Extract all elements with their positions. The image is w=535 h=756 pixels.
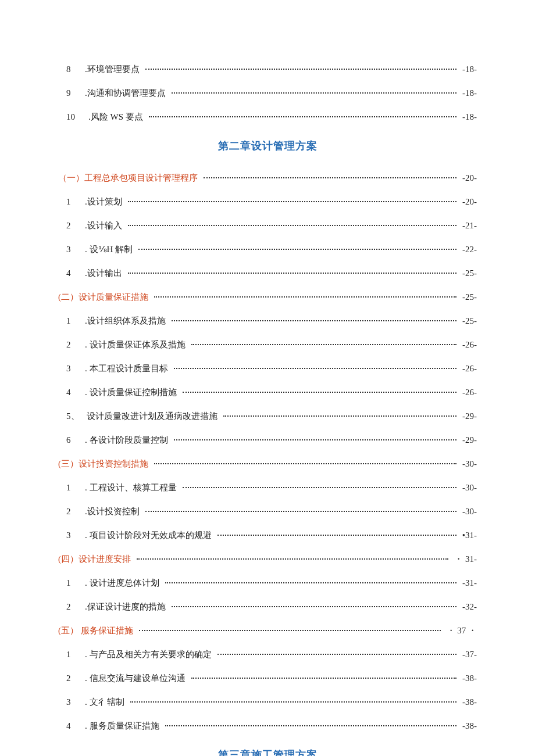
toc-label: . 工程设计、核算工程量 <box>85 482 180 493</box>
toc-page: -21- <box>459 221 477 231</box>
chapter-title: 第二章设计管理方案 <box>58 139 477 153</box>
leader-dots <box>172 92 456 94</box>
leader-dots <box>165 725 457 726</box>
toc-label: . 本工程设计质量目标 <box>85 363 172 374</box>
toc-item: 2.设计投资控制-30- <box>58 506 477 517</box>
toc-page: -30- <box>459 507 477 517</box>
toc-number: 8 <box>66 65 85 74</box>
leader-dots <box>204 177 456 178</box>
leader-dots <box>174 439 457 440</box>
leader-dots <box>191 678 457 679</box>
leader-dots <box>145 69 456 70</box>
toc-page: -38- <box>459 673 477 683</box>
toc-number: 1 <box>66 197 85 207</box>
chapter-title: 第三章施工管理方案 <box>58 748 477 756</box>
toc-label: . 服务质量保证措施 <box>85 721 163 732</box>
toc-label: .设计输出 <box>85 268 126 279</box>
leader-dots <box>154 296 456 298</box>
leader-dots <box>128 225 456 226</box>
toc-item: （一）工程总承包项目设计管理程序-20- <box>58 173 477 184</box>
toc-label: (三）设计投资控制措施 <box>58 458 152 470</box>
toc-page: -25- <box>459 316 477 326</box>
toc-label: .风险 WS 要点 <box>88 112 147 123</box>
toc-page: -20- <box>459 173 477 183</box>
leader-dots <box>128 201 456 202</box>
toc-item: 4. 设计质量保证控制措施-26- <box>58 387 477 398</box>
toc-item: 1. 工程设计、核算工程量-30- <box>58 482 477 493</box>
toc-page: -18- <box>459 88 477 98</box>
toc-page: -25- <box>459 268 477 278</box>
toc-number: 2 <box>66 340 85 350</box>
toc-number: 5、 <box>66 411 87 422</box>
toc-number: 3 <box>66 364 85 374</box>
leader-dots <box>223 415 457 417</box>
toc-page: -26- <box>459 364 477 374</box>
toc-number: 9 <box>66 88 85 98</box>
toc-item: 1. 设计进度总体计划-31- <box>58 578 477 589</box>
toc-number: 1 <box>66 650 85 660</box>
toc-page: -20- <box>459 197 477 207</box>
toc-page: •31- <box>459 531 477 540</box>
toc-label: . 设计质量保证体系及措施 <box>85 339 189 350</box>
toc-label: （一）工程总承包项目设计管理程序 <box>58 173 201 184</box>
leader-dots <box>139 630 441 631</box>
toc-item: 3. 设⅟₈H 解制-22- <box>58 244 477 255</box>
toc-label: . 文彳辖制 <box>85 697 128 708</box>
toc-label: (五） 服务保证措施 <box>58 625 137 636</box>
toc-item: 2. 设计质量保证体系及措施-26- <box>58 339 477 350</box>
toc-item: (四）设计进度安排・ 31- <box>58 554 477 565</box>
toc-page: -26- <box>459 340 477 350</box>
toc-page: -31- <box>459 578 477 588</box>
leader-dots <box>174 368 457 369</box>
leader-dots <box>217 535 456 536</box>
toc-number: 4 <box>66 268 85 278</box>
document-page: 8 .环境管理要点 -18- 9 .沟通和协调管理要点 -18- 10 .风险 … <box>0 0 535 756</box>
toc-item: 6. 各设计阶段质量控制-29- <box>58 435 477 446</box>
toc-item: 3. 项目设计阶段对无效成本的规避•31- <box>58 530 477 541</box>
toc-page: -18- <box>459 65 477 74</box>
toc-item: 2.保证设计进度的措施-32- <box>58 601 477 612</box>
toc-item: 2. 信息交流与建设单位沟通-38- <box>58 673 477 684</box>
toc-label: . 项目设计阶段对无效成本的规避 <box>85 530 215 541</box>
toc-number: 1 <box>66 316 85 326</box>
toc-item: 3. 文彳辖制-38- <box>58 697 477 708</box>
toc-item: 1.设计策划-20- <box>58 196 477 207</box>
toc-number: 1 <box>66 578 85 588</box>
toc-page: -37- <box>459 650 477 660</box>
toc-label: .保证设计进度的措施 <box>85 601 169 612</box>
toc-page: ・ 37 ・ <box>443 625 477 636</box>
toc-label: (四）设计进度安排 <box>58 554 134 565</box>
toc-page: -22- <box>459 245 477 255</box>
toc-item: (二）设计质量保证措施-25- <box>58 292 477 303</box>
toc-item: 5、设计质量改进计划及通病改进措施-29- <box>58 411 477 422</box>
toc-page: -25- <box>459 292 477 302</box>
leader-dots <box>217 654 457 655</box>
toc-label: .设计策划 <box>85 196 126 207</box>
toc-number: 4 <box>66 388 85 397</box>
toc-label: . 设⅟₈H 解制 <box>85 244 136 255</box>
leader-dots <box>128 273 456 274</box>
toc-label: .设计投资控制 <box>85 506 143 517</box>
leader-dots <box>183 487 457 488</box>
leader-dots <box>191 344 457 345</box>
toc-item: 2.设计输入-21- <box>58 220 477 231</box>
leader-dots <box>165 582 457 583</box>
toc-page: -38- <box>459 721 477 731</box>
toc-page: -18- <box>459 112 477 122</box>
toc-label: . 设计进度总体计划 <box>85 578 163 589</box>
leader-dots <box>137 558 448 560</box>
toc-item: (五） 服务保证措施・ 37 ・ <box>58 625 477 636</box>
toc-item: 8 .环境管理要点 -18- <box>58 64 477 75</box>
toc-number: 3 <box>66 697 85 707</box>
toc-label: . 各设计阶段质量控制 <box>85 435 172 446</box>
toc-item: 4. 服务质量保证措施-38- <box>58 721 477 732</box>
toc-page: -29- <box>459 411 477 421</box>
toc-label: .设计输入 <box>85 220 126 231</box>
leader-dots <box>149 116 456 117</box>
toc-label: 设计质量改进计划及通病改进措施 <box>87 411 221 422</box>
leader-dots <box>183 392 457 393</box>
toc-number: 10 <box>66 112 88 122</box>
toc-number: 2 <box>66 221 85 231</box>
toc-number: 2 <box>66 507 85 517</box>
toc-page: -30- <box>459 459 477 469</box>
